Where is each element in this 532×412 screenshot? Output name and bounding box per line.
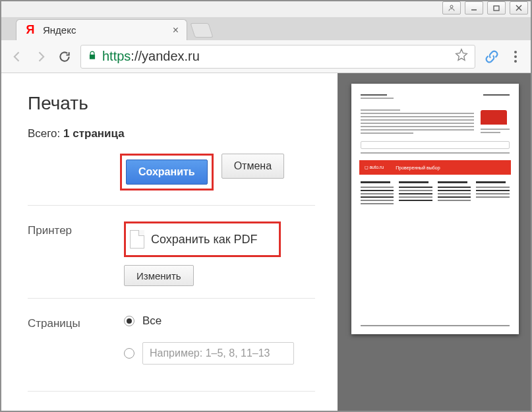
highlight-save: Сохранить [120, 154, 214, 191]
pages-range-option[interactable]: Например: 1–5, 8, 11–13 [124, 342, 315, 365]
printer-section-label: Принтер [28, 221, 124, 286]
pages-all-label: Все [142, 314, 162, 328]
radio-unchecked-icon [124, 348, 134, 359]
pages-section: Страницы Все Например: 1–5, 8, 11–13 [28, 298, 315, 391]
print-dialog-title: Печать [28, 93, 315, 114]
reload-button[interactable] [57, 49, 73, 65]
pages-range-input[interactable]: Например: 1–5, 8, 11–13 [142, 342, 294, 365]
preview-sofa-image [481, 110, 507, 125]
active-tab[interactable]: Я Яндекс × [16, 19, 187, 40]
print-dialog-panel: Печать Всего: 1 страница Сохранить Отмен… [0, 73, 338, 412]
preview-ad-banner: ◻ auto.ru Проверенный выбор [359, 160, 511, 175]
new-tab-button[interactable] [190, 23, 213, 38]
save-button[interactable]: Сохранить [126, 160, 208, 185]
content-area: Печать Всего: 1 страница Сохранить Отмен… [0, 73, 532, 412]
close-window-button[interactable] [510, 1, 528, 15]
radio-checked-icon [124, 316, 134, 326]
preview-page-thumbnail[interactable]: ◻ auto.ru Проверенный выбор [351, 84, 519, 334]
action-button-row: Сохранить Отмена [120, 154, 315, 191]
highlight-destination: Сохранить как PDF [124, 221, 281, 257]
close-tab-icon[interactable]: × [173, 24, 179, 36]
maximize-button[interactable] [487, 1, 506, 15]
back-button[interactable] [9, 49, 25, 65]
pdf-page-icon [130, 230, 144, 249]
tab-title: Яндекс [43, 24, 76, 36]
pages-section-label: Страницы [28, 314, 124, 379]
total-pages-line: Всего: 1 страница [28, 127, 315, 140]
address-bar[interactable]: https://yandex.ru [80, 45, 475, 69]
browser-toolbar: https://yandex.ru [0, 40, 532, 73]
url-display: https://yandex.ru [102, 49, 200, 64]
user-account-button[interactable] [442, 1, 461, 15]
window-caption-buttons [442, 1, 528, 16]
forward-button[interactable] [33, 49, 49, 65]
svg-rect-2 [494, 6, 499, 11]
pages-all-option[interactable]: Все [124, 314, 315, 328]
bookmark-star-icon[interactable] [455, 48, 468, 65]
lock-icon [88, 50, 97, 63]
yandex-logo-icon: Я [24, 24, 36, 36]
printer-section: Принтер Сохранить как PDF Изменить [28, 205, 315, 298]
printer-destination-value: Сохранить как PDF [151, 233, 258, 247]
minimize-button[interactable] [465, 1, 483, 15]
svg-point-0 [450, 5, 453, 8]
tab-strip: Я Яндекс × [0, 17, 532, 40]
print-preview-area: ◻ auto.ru Проверенный выбор [338, 73, 532, 412]
browser-menu-button[interactable] [508, 51, 523, 63]
cancel-button[interactable]: Отмена [222, 154, 284, 179]
next-section-divider [28, 391, 315, 407]
extension-icon[interactable] [483, 48, 500, 65]
change-printer-button[interactable]: Изменить [124, 265, 194, 286]
